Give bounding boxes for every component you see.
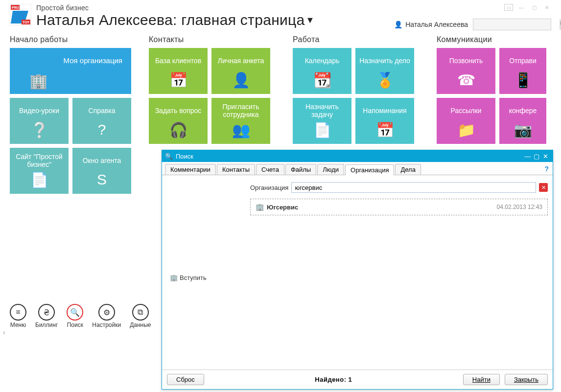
app-logo: PRO TOY bbox=[10, 4, 31, 25]
help-icon[interactable]: ? bbox=[544, 165, 549, 173]
tile-icon: 📷 bbox=[514, 121, 532, 138]
tile-calendar[interactable]: Календарь📆 bbox=[293, 48, 351, 94]
header-search-input[interactable] bbox=[473, 21, 560, 28]
header: PRO TOY Простой бизнес Наталья Алексеева… bbox=[0, 0, 561, 32]
tile-client-db[interactable]: База клиентов📅 bbox=[149, 48, 208, 94]
dialog-minimize-icon[interactable]: — bbox=[523, 153, 532, 160]
search-result-row[interactable]: 🏢 Югсервис 04.02.2013 12:43 bbox=[250, 199, 548, 215]
tile-conference[interactable]: конфере📷 bbox=[499, 98, 546, 144]
tile-personal-form[interactable]: Личная анкета👤 bbox=[211, 48, 270, 94]
find-button[interactable]: Найти bbox=[463, 374, 500, 385]
maximize-icon[interactable]: ▢ bbox=[530, 4, 538, 11]
tile-icon: 📅 bbox=[376, 121, 394, 138]
dialog-footer: Сброс Найдено: 1 Найти Закрыть bbox=[162, 369, 553, 389]
tile-label: Позвонить bbox=[446, 53, 486, 69]
svg-text:PRO: PRO bbox=[12, 6, 20, 9]
svg-text:TOY: TOY bbox=[23, 21, 30, 24]
column-title: Работа bbox=[293, 35, 425, 44]
billing-button[interactable]: ₴Биллинг bbox=[35, 304, 58, 328]
tile-label: Справка bbox=[86, 103, 118, 118]
tab-Комментарии[interactable]: Комментарии bbox=[165, 164, 216, 175]
tab-Дела[interactable]: Дела bbox=[395, 164, 421, 175]
reset-button[interactable]: Сброс bbox=[167, 374, 204, 385]
tile-grid: Календарь📆Назначить дело🏅Назначить задач… bbox=[293, 48, 425, 144]
tile-icon: 📄 bbox=[30, 171, 48, 188]
tile-icon: 📱 bbox=[514, 71, 532, 89]
close-icon[interactable]: ✕ bbox=[542, 4, 551, 11]
org-search-input[interactable] bbox=[291, 182, 536, 193]
user-block[interactable]: 👤 Наталья Алексеева bbox=[394, 21, 468, 28]
tile-icon: 📁 bbox=[457, 121, 475, 138]
found-label: Найдено: 1 bbox=[209, 376, 458, 383]
tab-Контакты[interactable]: Контакты bbox=[217, 164, 255, 175]
tab-Счета[interactable]: Счета bbox=[256, 164, 284, 175]
tile-label: Личная анкета bbox=[215, 53, 267, 69]
header-search[interactable]: 🔍 bbox=[473, 19, 551, 30]
tile-video-lessons[interactable]: Видео-уроки❔ bbox=[10, 98, 69, 144]
tile-invite-employee[interactable]: Пригласить сотрудника👥 bbox=[211, 98, 270, 144]
tile-icon: ❔ bbox=[30, 121, 48, 138]
tile-my-org[interactable]: Моя организация🏢 bbox=[10, 48, 131, 94]
close-button[interactable]: Закрыть bbox=[505, 374, 548, 385]
data-button[interactable]: ⧉Данные bbox=[130, 304, 151, 328]
bottom-bar: ≡Меню₴Биллинг🔍Поиск⚙Настройки⧉Данные bbox=[0, 304, 161, 328]
org-search-row: Организация ✕ bbox=[250, 182, 548, 193]
dialog-body: Организация ✕ 🏢 Югсервис 04.02.2013 12:4… bbox=[162, 175, 553, 369]
column-title: Коммуникации bbox=[437, 35, 549, 44]
search-dialog: 🔍 Поиск — ▢ ✕ КомментарииКонтактыСчетаФа… bbox=[162, 150, 553, 390]
tile-agent-window[interactable]: Окно агентаS bbox=[72, 148, 131, 194]
bottom-icon: ⧉ bbox=[132, 304, 149, 321]
tile-label: конфере bbox=[506, 103, 540, 118]
tab-Люди[interactable]: Люди bbox=[317, 164, 344, 175]
dialog-close-icon[interactable]: ✕ bbox=[541, 153, 550, 160]
tile-reminders[interactable]: Напоминания📅 bbox=[355, 98, 414, 144]
tile-label: Календарь bbox=[302, 53, 343, 69]
dropdown-icon: ▼ bbox=[306, 15, 315, 25]
settings-button[interactable]: ⚙Настройки bbox=[92, 304, 121, 328]
tile-mailings[interactable]: Рассылки📁 bbox=[437, 98, 495, 144]
tile-label: Назначить дело bbox=[356, 53, 413, 69]
tile-grid: Позвонить☎Отправи📱Рассылки📁конфере📷 bbox=[437, 48, 549, 144]
tile-icon: 🏅 bbox=[376, 71, 394, 89]
tile-icon: S bbox=[97, 171, 107, 188]
user-icon: 👤 bbox=[394, 21, 402, 28]
tile-label: Рассылки bbox=[448, 103, 485, 118]
app-name: Простой бизнес bbox=[36, 4, 394, 12]
tile-help[interactable]: Справка? bbox=[72, 98, 131, 144]
window-mode-icon[interactable]: ▭ bbox=[504, 4, 513, 11]
search-button[interactable]: 🔍Поиск bbox=[67, 304, 83, 328]
tile-assign-task[interactable]: Назначить задачу📄 bbox=[293, 98, 351, 144]
tile-label: Пригласить сотрудника bbox=[211, 103, 270, 118]
tile-icon: ☎ bbox=[457, 71, 475, 89]
tile-site[interactable]: Сайт "Простой бизнес"📄 bbox=[10, 148, 69, 194]
tile-grid: База клиентов📅Личная анкета👤Задать вопро… bbox=[149, 48, 281, 144]
column-title: Начало работы bbox=[10, 35, 137, 44]
column-title: Контакты bbox=[149, 35, 281, 44]
minimize-icon[interactable]: — bbox=[517, 4, 526, 11]
tile-icon: 📆 bbox=[313, 71, 331, 89]
bottom-label: Данные bbox=[130, 322, 151, 328]
join-link[interactable]: 🏢 Вступить bbox=[170, 274, 548, 281]
tile-label: База клиентов bbox=[152, 53, 204, 69]
tile-label: Окно агента bbox=[80, 153, 124, 168]
org-icon: 🏢 bbox=[256, 203, 264, 211]
menu-button[interactable]: ≡Меню bbox=[10, 304, 26, 328]
dialog-maximize-icon[interactable]: ▢ bbox=[532, 153, 541, 160]
bottom-label: Биллинг bbox=[35, 322, 58, 328]
tile-assign-case[interactable]: Назначить дело🏅 bbox=[355, 48, 414, 94]
page-title[interactable]: Наталья Алексеева: главная страница ▼ bbox=[36, 12, 394, 28]
tile-call[interactable]: Позвонить☎ bbox=[437, 48, 495, 94]
tile-label: Назначить задачу bbox=[293, 103, 351, 118]
scroll-left-icon[interactable]: ‹ bbox=[3, 328, 5, 336]
tile-icon: 🎧 bbox=[169, 121, 187, 138]
tile-icon: 🏢 bbox=[29, 72, 47, 90]
bottom-icon: 🔍 bbox=[67, 304, 83, 321]
bottom-icon: ≡ bbox=[10, 304, 26, 321]
tile-icon: ? bbox=[98, 121, 106, 138]
clear-icon[interactable]: ✕ bbox=[539, 183, 548, 192]
tab-Файлы[interactable]: Файлы bbox=[285, 164, 316, 175]
tab-Организация[interactable]: Организация bbox=[345, 164, 394, 175]
tile-ask-question[interactable]: Задать вопрос🎧 bbox=[149, 98, 208, 144]
tile-send[interactable]: Отправи📱 bbox=[499, 48, 546, 94]
tile-label: Задать вопрос bbox=[152, 103, 205, 118]
